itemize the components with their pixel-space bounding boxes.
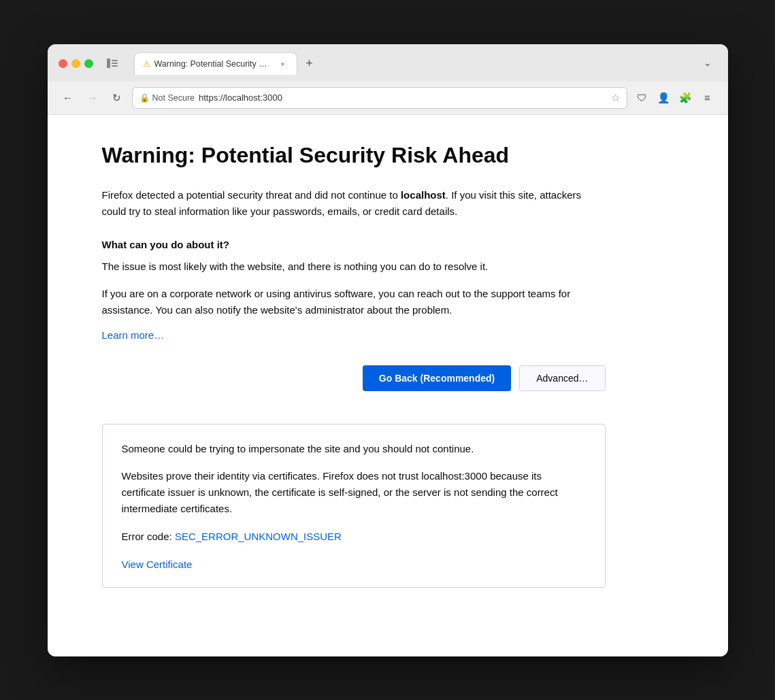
avatar-button[interactable]: 👤 [655, 88, 674, 107]
minimize-traffic-light[interactable] [71, 59, 80, 68]
avatar-icon: 👤 [657, 92, 670, 104]
forward-button[interactable]: → [83, 88, 102, 107]
title-bar: ⚠ Warning: Potential Security Risk × + ⌄ [48, 44, 728, 82]
view-certificate-link[interactable]: View Certificate [122, 559, 193, 570]
address-bar[interactable]: 🔒 Not Secure https://localhost:3000 ☆ [132, 87, 627, 109]
advanced-cert-text: Websites prove their identity via certif… [122, 468, 586, 517]
description-bold-text: localhost [401, 189, 446, 201]
navigation-bar: ← → ↻ 🔒 Not Secure https://localhost:300… [48, 82, 728, 115]
buttons-row: Go Back (Recommended) Advanced… [102, 365, 606, 391]
learn-more-link[interactable]: Learn more… [102, 329, 165, 341]
bookmark-star-icon[interactable]: ☆ [611, 92, 620, 104]
refresh-icon: ↻ [112, 92, 121, 104]
advanced-box: Someone could be trying to impersonate t… [102, 424, 606, 588]
tab-overflow-button[interactable]: ⌄ [698, 53, 717, 72]
refresh-button[interactable]: ↻ [108, 88, 127, 107]
forward-icon: → [87, 92, 97, 103]
corporate-text: If you are on a corporate network or usi… [102, 286, 606, 318]
tabs-row: ⚠ Warning: Potential Security Risk × + [134, 52, 319, 75]
extensions-icon: 🧩 [679, 92, 692, 104]
title-bar-top: ⚠ Warning: Potential Security Risk × + ⌄ [59, 52, 717, 75]
security-indicator: 🔒 Not Secure [139, 93, 195, 103]
error-code-link[interactable]: SEC_ERROR_UNKNOWN_ISSUER [175, 531, 342, 542]
menu-button[interactable]: ≡ [698, 88, 717, 107]
traffic-lights [59, 59, 93, 68]
back-icon: ← [63, 92, 73, 103]
shield-icon: 🛡 [637, 92, 647, 103]
page-inner: Warning: Potential Security Risk Ahead F… [48, 115, 660, 642]
svg-rect-3 [112, 65, 118, 67]
go-back-button[interactable]: Go Back (Recommended) [363, 365, 511, 391]
back-button[interactable]: ← [59, 88, 78, 107]
what-text: The issue is most likely with the websit… [102, 259, 606, 275]
advanced-button[interactable]: Advanced… [519, 365, 605, 391]
not-secure-label: Not Secure [152, 93, 195, 103]
tab-title: Warning: Potential Security Risk [154, 59, 274, 69]
what-heading: What can you do about it? [102, 239, 606, 250]
tab-warning-icon: ⚠ [143, 59, 150, 69]
active-tab[interactable]: ⚠ Warning: Potential Security Risk × [134, 52, 297, 75]
extensions-button[interactable]: 🧩 [676, 88, 695, 107]
tab-close-button[interactable]: × [278, 59, 288, 69]
shield-button[interactable]: 🛡 [633, 88, 652, 107]
nav-actions: 🛡 👤 🧩 ≡ [633, 88, 717, 107]
new-tab-button[interactable]: + [300, 54, 319, 73]
lock-icon: 🔒 [139, 93, 150, 103]
svg-rect-1 [112, 60, 118, 61]
svg-rect-0 [107, 59, 110, 68]
page-title: Warning: Potential Security Risk Ahead [102, 142, 606, 168]
menu-icon: ≡ [704, 92, 710, 103]
error-code-line: Error code: SEC_ERROR_UNKNOWN_ISSUER [122, 531, 586, 542]
description-pre-text: Firefox detected a potential security th… [102, 189, 401, 201]
svg-rect-2 [112, 63, 118, 64]
url-display: https://localhost:3000 [199, 93, 282, 103]
page-content: Warning: Potential Security Risk Ahead F… [48, 115, 728, 656]
advanced-impersonate-text: Someone could be trying to impersonate t… [122, 441, 586, 457]
maximize-traffic-light[interactable] [84, 59, 93, 68]
browser-window: ⚠ Warning: Potential Security Risk × + ⌄… [48, 44, 728, 656]
page-description: Firefox detected a potential security th… [102, 187, 606, 220]
sidebar-toggle-button[interactable] [104, 55, 120, 71]
close-traffic-light[interactable] [59, 59, 67, 68]
error-code-prefix: Error code: [122, 531, 175, 542]
